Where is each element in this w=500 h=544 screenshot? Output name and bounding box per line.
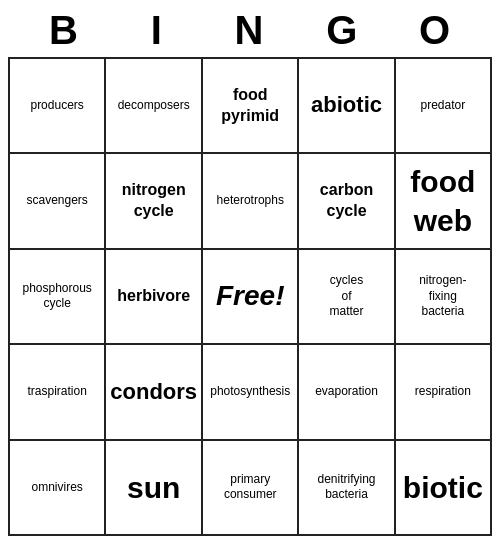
cell-label: denitrifying bacteria: [318, 472, 376, 503]
cell-label: scavengers: [26, 193, 87, 209]
bingo-cell: food web: [396, 154, 492, 249]
cell-label: cycles of matter: [330, 273, 364, 320]
cell-label: food pyrimid: [221, 85, 279, 127]
bingo-cell: producers: [10, 59, 106, 154]
bingo-cell: nitrogen cycle: [106, 154, 203, 249]
cell-label: predator: [420, 98, 465, 114]
title-letter: G: [296, 8, 389, 53]
title-letter: I: [111, 8, 204, 53]
cell-label: primary consumer: [224, 472, 277, 503]
cell-label: food web: [410, 162, 475, 240]
cell-label: carbon cycle: [320, 180, 373, 222]
bingo-cell: phosphorous cycle: [10, 250, 106, 345]
cell-label: evaporation: [315, 384, 378, 400]
bingo-cell: biotic: [396, 441, 492, 536]
bingo-cell: primary consumer: [203, 441, 299, 536]
bingo-cell: sun: [106, 441, 203, 536]
bingo-cell: traspiration: [10, 345, 106, 440]
bingo-cell: respiration: [396, 345, 492, 440]
cell-label: traspiration: [27, 384, 86, 400]
bingo-cell: abiotic: [299, 59, 395, 154]
bingo-cell: carbon cycle: [299, 154, 395, 249]
bingo-cell: denitrifying bacteria: [299, 441, 395, 536]
cell-label: Free!: [216, 278, 284, 314]
title-letter: B: [18, 8, 111, 53]
bingo-title: BINGO: [8, 8, 492, 53]
bingo-cell: Free!: [203, 250, 299, 345]
cell-label: abiotic: [311, 91, 382, 120]
bingo-cell: cycles of matter: [299, 250, 395, 345]
bingo-cell: food pyrimid: [203, 59, 299, 154]
cell-label: heterotrophs: [217, 193, 284, 209]
bingo-cell: photosynthesis: [203, 345, 299, 440]
bingo-cell: decomposers: [106, 59, 203, 154]
bingo-cell: predator: [396, 59, 492, 154]
cell-label: phosphorous cycle: [22, 281, 91, 312]
cell-label: herbivore: [117, 286, 190, 307]
cell-label: nitrogen- fixing bacteria: [419, 273, 466, 320]
bingo-cell: condors: [106, 345, 203, 440]
title-letter: N: [204, 8, 297, 53]
title-letter: O: [389, 8, 482, 53]
cell-label: condors: [110, 378, 197, 407]
cell-label: respiration: [415, 384, 471, 400]
bingo-cell: omnivires: [10, 441, 106, 536]
cell-label: producers: [30, 98, 83, 114]
cell-label: nitrogen cycle: [122, 180, 186, 222]
cell-label: sun: [127, 468, 180, 507]
bingo-cell: heterotrophs: [203, 154, 299, 249]
cell-label: omnivires: [31, 480, 82, 496]
bingo-cell: evaporation: [299, 345, 395, 440]
bingo-cell: nitrogen- fixing bacteria: [396, 250, 492, 345]
cell-label: photosynthesis: [210, 384, 290, 400]
bingo-grid: producersdecomposersfood pyrimidabioticp…: [8, 57, 492, 536]
bingo-cell: herbivore: [106, 250, 203, 345]
cell-label: biotic: [403, 468, 483, 507]
cell-label: decomposers: [118, 98, 190, 114]
bingo-cell: scavengers: [10, 154, 106, 249]
